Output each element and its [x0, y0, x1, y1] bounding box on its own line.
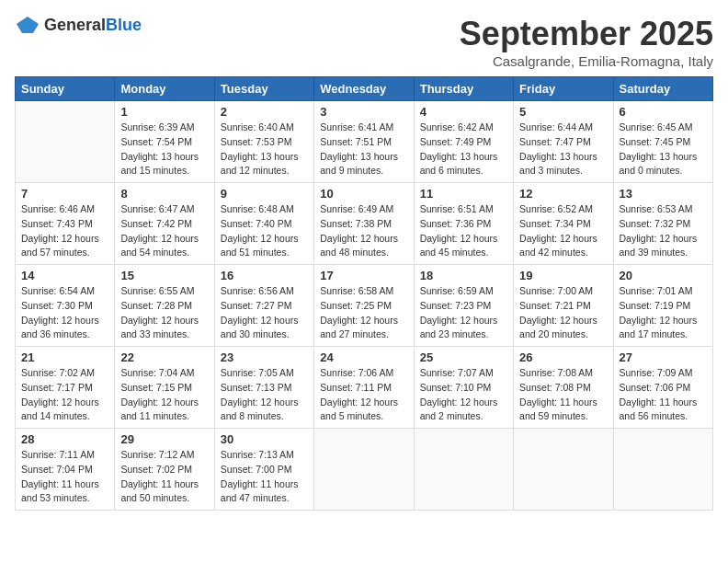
day-cell: 14Sunrise: 6:54 AMSunset: 7:30 PMDayligh…: [16, 265, 115, 347]
weekday-header-friday: Friday: [514, 77, 613, 101]
day-detail: Sunrise: 6:40 AMSunset: 7:53 PMDaylight:…: [221, 121, 308, 178]
day-cell: 30Sunrise: 7:13 AMSunset: 7:00 PMDayligh…: [214, 429, 313, 511]
day-number: 25: [420, 350, 507, 364]
day-detail: Sunrise: 7:13 AMSunset: 7:00 PMDaylight:…: [221, 448, 308, 506]
weekday-header-saturday: Saturday: [613, 77, 712, 101]
logo: GeneralBlue: [15, 15, 142, 35]
day-cell: 4Sunrise: 6:42 AMSunset: 7:49 PMDaylight…: [414, 101, 513, 183]
day-cell: 16Sunrise: 6:56 AMSunset: 7:27 PMDayligh…: [214, 265, 313, 347]
day-detail: Sunrise: 6:59 AMSunset: 7:23 PMDaylight:…: [420, 284, 507, 342]
weekday-header-monday: Monday: [115, 77, 214, 101]
day-detail: Sunrise: 7:06 AMSunset: 7:11 PMDaylight:…: [320, 366, 407, 424]
day-cell: 29Sunrise: 7:12 AMSunset: 7:02 PMDayligh…: [115, 429, 214, 511]
week-row-3: 14Sunrise: 6:54 AMSunset: 7:30 PMDayligh…: [16, 265, 713, 347]
day-number: 18: [420, 269, 507, 282]
day-cell: 12Sunrise: 6:52 AMSunset: 7:34 PMDayligh…: [514, 183, 613, 265]
day-number: 12: [519, 187, 607, 201]
day-number: 9: [221, 187, 308, 201]
day-cell: 5Sunrise: 6:44 AMSunset: 7:47 PMDaylight…: [514, 101, 613, 183]
day-detail: Sunrise: 7:01 AMSunset: 7:19 PMDaylight:…: [620, 284, 707, 342]
day-number: 6: [620, 105, 707, 119]
day-detail: Sunrise: 7:12 AMSunset: 7:02 PMDaylight:…: [120, 448, 208, 506]
day-cell: 11Sunrise: 6:51 AMSunset: 7:36 PMDayligh…: [414, 183, 513, 265]
day-cell: 8Sunrise: 6:47 AMSunset: 7:42 PMDaylight…: [115, 183, 214, 265]
day-detail: Sunrise: 7:11 AMSunset: 7:04 PMDaylight:…: [21, 448, 108, 506]
day-cell: 21Sunrise: 7:02 AMSunset: 7:17 PMDayligh…: [16, 347, 115, 429]
day-number: 27: [620, 350, 707, 364]
day-detail: Sunrise: 6:55 AMSunset: 7:28 PMDaylight:…: [120, 284, 208, 342]
day-cell: 27Sunrise: 7:09 AMSunset: 7:06 PMDayligh…: [613, 347, 712, 429]
weekday-header-tuesday: Tuesday: [214, 77, 313, 101]
day-detail: Sunrise: 7:04 AMSunset: 7:15 PMDaylight:…: [120, 366, 208, 424]
day-number: 7: [21, 187, 108, 201]
day-cell: 26Sunrise: 7:08 AMSunset: 7:08 PMDayligh…: [514, 347, 613, 429]
day-number: 28: [21, 432, 108, 446]
day-detail: Sunrise: 6:51 AMSunset: 7:36 PMDaylight:…: [420, 202, 507, 260]
month-title: September 2025: [460, 15, 713, 53]
day-number: 8: [120, 187, 208, 201]
day-cell: [314, 429, 414, 511]
day-cell: 9Sunrise: 6:48 AMSunset: 7:40 PMDaylight…: [214, 183, 313, 265]
day-number: 29: [120, 432, 208, 446]
day-number: 23: [221, 350, 308, 364]
day-number: 21: [21, 350, 108, 364]
week-row-2: 7Sunrise: 6:46 AMSunset: 7:43 PMDaylight…: [16, 183, 713, 265]
day-number: 19: [519, 269, 607, 282]
day-cell: 2Sunrise: 6:40 AMSunset: 7:53 PMDaylight…: [214, 101, 313, 183]
day-cell: 6Sunrise: 6:45 AMSunset: 7:45 PMDaylight…: [613, 101, 712, 183]
title-area: September 2025 Casalgrande, Emilia-Romag…: [460, 15, 713, 69]
day-cell: 15Sunrise: 6:55 AMSunset: 7:28 PMDayligh…: [115, 265, 214, 347]
day-number: 13: [620, 187, 707, 201]
day-detail: Sunrise: 7:07 AMSunset: 7:10 PMDaylight:…: [420, 366, 507, 424]
day-number: 11: [420, 187, 507, 201]
day-cell: 24Sunrise: 7:06 AMSunset: 7:11 PMDayligh…: [314, 347, 414, 429]
day-detail: Sunrise: 6:42 AMSunset: 7:49 PMDaylight:…: [420, 121, 507, 178]
logo-icon: [15, 15, 40, 35]
day-cell: 17Sunrise: 6:58 AMSunset: 7:25 PMDayligh…: [314, 265, 414, 347]
day-number: 14: [21, 269, 108, 282]
day-detail: Sunrise: 6:49 AMSunset: 7:38 PMDaylight:…: [320, 202, 407, 260]
day-detail: Sunrise: 6:54 AMSunset: 7:30 PMDaylight:…: [21, 284, 108, 342]
weekday-header-row: SundayMondayTuesdayWednesdayThursdayFrid…: [16, 77, 713, 101]
day-number: 30: [221, 432, 308, 446]
weekday-header-sunday: Sunday: [16, 77, 115, 101]
day-number: 3: [320, 105, 407, 119]
day-cell: 10Sunrise: 6:49 AMSunset: 7:38 PMDayligh…: [314, 183, 414, 265]
calendar-table: SundayMondayTuesdayWednesdayThursdayFrid…: [15, 76, 713, 511]
day-cell: 25Sunrise: 7:07 AMSunset: 7:10 PMDayligh…: [414, 347, 513, 429]
logo-general: General: [44, 16, 106, 34]
weekday-header-wednesday: Wednesday: [314, 77, 414, 101]
day-cell: 20Sunrise: 7:01 AMSunset: 7:19 PMDayligh…: [613, 265, 712, 347]
day-cell: 19Sunrise: 7:00 AMSunset: 7:21 PMDayligh…: [514, 265, 613, 347]
day-cell: 7Sunrise: 6:46 AMSunset: 7:43 PMDaylight…: [16, 183, 115, 265]
day-cell: 28Sunrise: 7:11 AMSunset: 7:04 PMDayligh…: [16, 429, 115, 511]
day-cell: [414, 429, 513, 511]
day-number: 1: [120, 105, 208, 119]
day-number: 24: [320, 350, 407, 364]
day-number: 20: [620, 269, 707, 282]
day-cell: [514, 429, 613, 511]
header: GeneralBlue September 2025 Casalgrande, …: [15, 15, 713, 69]
day-cell: 13Sunrise: 6:53 AMSunset: 7:32 PMDayligh…: [613, 183, 712, 265]
day-detail: Sunrise: 6:56 AMSunset: 7:27 PMDaylight:…: [221, 284, 308, 342]
day-cell: 18Sunrise: 6:59 AMSunset: 7:23 PMDayligh…: [414, 265, 513, 347]
weekday-header-thursday: Thursday: [414, 77, 513, 101]
day-detail: Sunrise: 7:08 AMSunset: 7:08 PMDaylight:…: [519, 366, 607, 424]
logo-blue: Blue: [106, 16, 142, 34]
day-detail: Sunrise: 7:02 AMSunset: 7:17 PMDaylight:…: [21, 366, 108, 424]
day-number: 10: [320, 187, 407, 201]
day-number: 5: [519, 105, 607, 119]
day-number: 2: [221, 105, 308, 119]
day-cell: 1Sunrise: 6:39 AMSunset: 7:54 PMDaylight…: [115, 101, 214, 183]
day-detail: Sunrise: 6:45 AMSunset: 7:45 PMDaylight:…: [620, 121, 707, 178]
day-cell: 22Sunrise: 7:04 AMSunset: 7:15 PMDayligh…: [115, 347, 214, 429]
day-number: 15: [120, 269, 208, 282]
day-number: 16: [221, 269, 308, 282]
day-detail: Sunrise: 6:46 AMSunset: 7:43 PMDaylight:…: [21, 202, 108, 260]
day-detail: Sunrise: 6:48 AMSunset: 7:40 PMDaylight:…: [221, 202, 308, 260]
day-number: 26: [519, 350, 607, 364]
week-row-5: 28Sunrise: 7:11 AMSunset: 7:04 PMDayligh…: [16, 429, 713, 511]
day-cell: 3Sunrise: 6:41 AMSunset: 7:51 PMDaylight…: [314, 101, 414, 183]
day-detail: Sunrise: 6:44 AMSunset: 7:47 PMDaylight:…: [519, 121, 607, 178]
week-row-1: 1Sunrise: 6:39 AMSunset: 7:54 PMDaylight…: [16, 101, 713, 183]
